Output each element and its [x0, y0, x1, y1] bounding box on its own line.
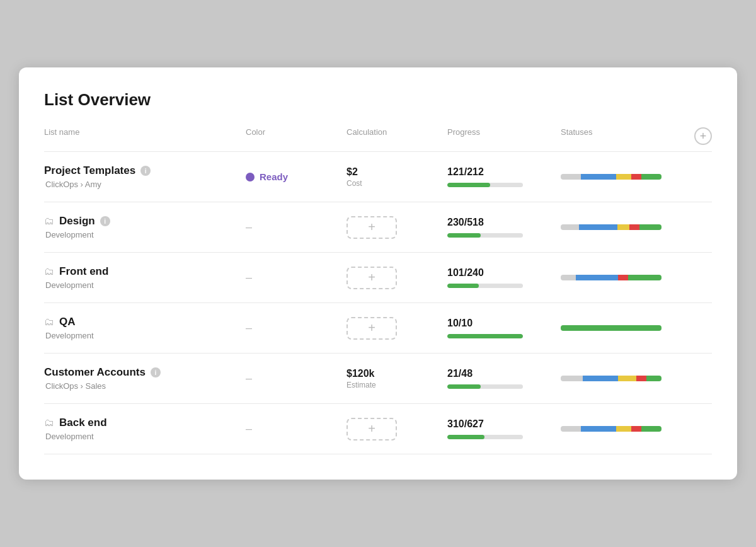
status-segment: [641, 426, 662, 432]
color-cell: –: [246, 321, 346, 335]
color-dot: [246, 173, 255, 181]
add-calculation-button[interactable]: +: [346, 418, 397, 440]
row-name-title: QA: [59, 316, 76, 328]
row-name-title: Back end: [59, 417, 107, 429]
status-cell: [561, 325, 687, 331]
status-segment: [581, 426, 616, 432]
status-segment: [576, 275, 618, 280]
status-cell: [561, 376, 687, 381]
info-icon[interactable]: i: [151, 367, 161, 377]
progress-fraction: 21/48: [447, 368, 561, 379]
calc-cell: +: [346, 418, 447, 440]
progress-bar: [447, 384, 523, 389]
progress-cell: 21/48: [447, 368, 561, 389]
color-cell: –: [246, 422, 346, 435]
status-segment: [616, 174, 631, 180]
status-segment: [561, 224, 579, 230]
row-name-title: Front end: [59, 265, 108, 278]
progress-fraction: 310/627: [447, 418, 561, 430]
progress-bar: [447, 435, 523, 439]
status-segment: [636, 376, 646, 381]
col-header-add: +: [687, 127, 712, 145]
row-breadcrumb: Development: [44, 331, 246, 340]
table-header: List name Color Calculation Progress Sta…: [44, 127, 712, 152]
status-bar: [561, 426, 662, 432]
row-breadcrumb: ClickOps › Sales: [44, 381, 246, 391]
add-calculation-button[interactable]: +: [346, 267, 397, 289]
status-segment: [581, 174, 616, 180]
row-name-cell: Customer AccountsiClickOps › Sales: [44, 366, 246, 391]
table-row: Customer AccountsiClickOps › Sales–$120k…: [44, 354, 712, 404]
status-segment: [618, 376, 636, 381]
row-name-cell: 🗂Back endDevelopment: [44, 417, 246, 441]
progress-bar-fill: [447, 183, 490, 187]
row-breadcrumb: ClickOps › Amy: [44, 180, 246, 189]
table-row: 🗂DesigniDevelopment–+230/518: [44, 202, 712, 253]
progress-bar-fill: [447, 334, 523, 338]
progress-bar-fill: [447, 384, 481, 389]
status-cell: [561, 174, 687, 180]
row-name-title: Project Templates: [44, 164, 135, 177]
color-dash: –: [246, 422, 252, 435]
add-calculation-button[interactable]: +: [346, 317, 397, 340]
progress-cell: 121/212: [447, 166, 561, 187]
progress-cell: 10/10: [447, 318, 561, 338]
row-breadcrumb: Development: [44, 432, 246, 441]
color-cell: Ready: [246, 171, 346, 182]
status-segment: [631, 426, 641, 432]
progress-bar: [447, 284, 523, 288]
progress-fraction: 101/240: [447, 267, 561, 279]
row-name-cell: 🗂DesigniDevelopment: [44, 215, 246, 239]
add-calculation-button[interactable]: +: [346, 216, 397, 239]
status-cell: [561, 426, 687, 432]
calc-cell: +: [346, 317, 447, 340]
progress-fraction: 121/212: [447, 166, 561, 178]
row-name-cell: Project TemplatesiClickOps › Amy: [44, 164, 246, 189]
progress-bar-fill: [447, 435, 484, 439]
col-header-progress: Progress: [447, 127, 561, 145]
status-segment: [561, 426, 581, 432]
table-row: 🗂QADevelopment–+10/10: [44, 303, 712, 354]
row-name-cell: 🗂QADevelopment: [44, 316, 246, 340]
status-bar: [561, 174, 662, 180]
color-dash: –: [246, 372, 252, 385]
status-segment: [561, 275, 576, 280]
progress-fraction: 230/518: [447, 217, 561, 228]
color-dash: –: [246, 321, 252, 335]
progress-fraction: 10/10: [447, 318, 561, 329]
calc-type: Estimate: [346, 381, 447, 389]
status-segment: [646, 376, 662, 381]
row-breadcrumb: Development: [44, 230, 246, 239]
progress-bar: [447, 233, 523, 238]
folder-icon: 🗂: [44, 216, 54, 227]
calc-type: Cost: [346, 179, 447, 188]
progress-bar: [447, 334, 523, 338]
calc-cell: $2Cost: [346, 166, 447, 188]
status-bar: [561, 224, 662, 230]
calc-value: $120k: [346, 368, 447, 379]
page-title: List Overview: [44, 90, 712, 110]
color-cell: –: [246, 372, 346, 385]
info-icon[interactable]: i: [140, 166, 151, 176]
col-header-color: Color: [246, 127, 346, 145]
color-cell: –: [246, 271, 346, 284]
status-segment: [641, 174, 662, 180]
status-segment: [579, 224, 617, 230]
info-icon[interactable]: i: [100, 216, 110, 226]
color-dash: –: [246, 221, 252, 234]
status-segment: [629, 224, 639, 230]
add-column-button[interactable]: +: [694, 127, 712, 145]
status-segment: [639, 224, 662, 230]
status-bar: [561, 325, 662, 331]
col-header-calculation: Calculation: [346, 127, 447, 145]
color-cell: –: [246, 221, 346, 234]
status-segment: [561, 174, 581, 180]
status-cell: [561, 275, 687, 280]
row-breadcrumb: Development: [44, 280, 246, 290]
status-bar: [561, 275, 662, 280]
col-header-name: List name: [44, 127, 246, 145]
progress-cell: 101/240: [447, 267, 561, 288]
status-segment: [561, 376, 583, 381]
progress-bar-fill: [447, 284, 479, 288]
status-segment: [618, 275, 628, 280]
